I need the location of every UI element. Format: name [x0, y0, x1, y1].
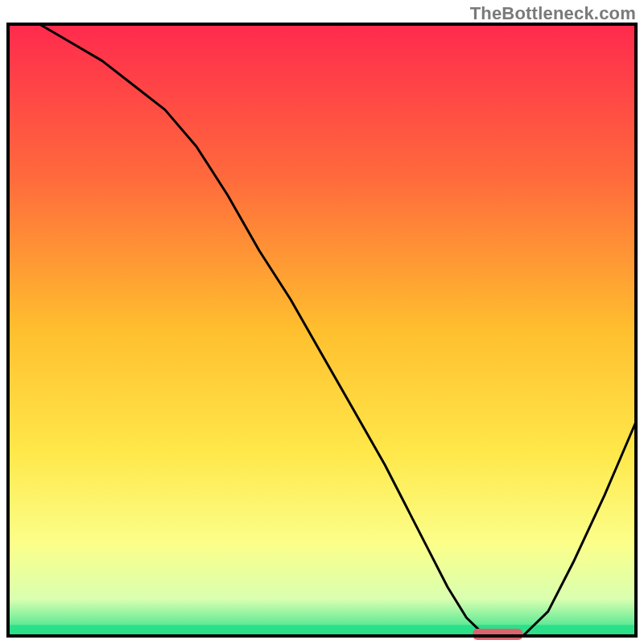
chart-container: TheBottleneck.com: [0, 0, 644, 644]
plot-background: [8, 24, 636, 636]
baseline-strip: [8, 625, 636, 636]
bottleneck-chart: [0, 0, 644, 644]
plot-area: [8, 24, 636, 640]
